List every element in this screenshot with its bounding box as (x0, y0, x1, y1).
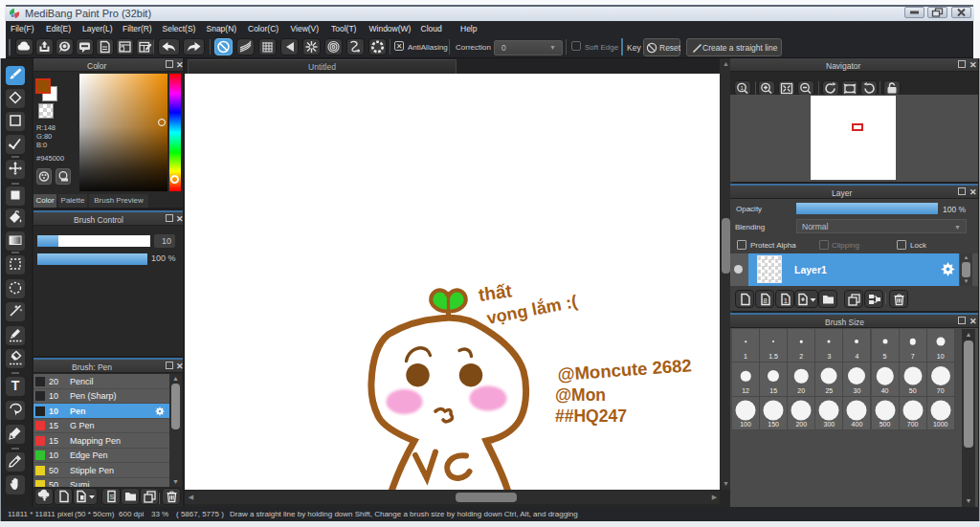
svg-text:thất: thất (478, 280, 514, 305)
svg-text:1: 1 (783, 296, 787, 305)
svg-text:@Mon: @Mon (555, 385, 606, 405)
svg-text:1: 1 (741, 85, 745, 91)
svg-text:S: S (109, 494, 114, 500)
svg-text:8: 8 (763, 296, 767, 305)
svg-text:##HQ247: ##HQ247 (555, 406, 627, 426)
svg-text:@Moncute 2682: @Moncute 2682 (557, 355, 693, 384)
